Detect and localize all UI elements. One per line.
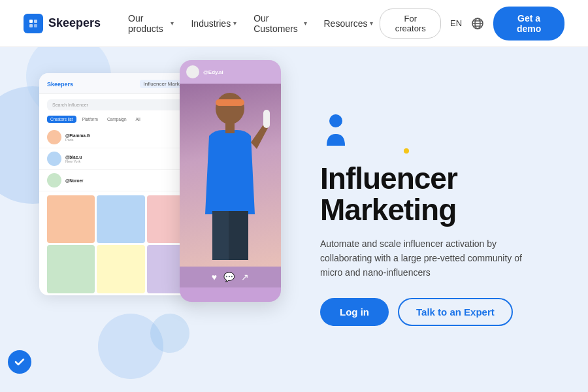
dash-inf-info-2: @Noroer <box>65 178 179 183</box>
svg-rect-1 <box>34 20 37 23</box>
dash-inf-name-2: @Noroer <box>65 178 179 183</box>
nav-industries-label: Industries <box>191 18 231 29</box>
comment-icon: 💬 <box>223 272 235 282</box>
nav-products-label: Our products <box>128 13 168 34</box>
navbar-right: For creators EN Get a demo <box>380 7 564 41</box>
chevron-down-icon: ▾ <box>233 20 237 27</box>
logo-text: Skeepers <box>48 16 101 30</box>
hero-person-icon <box>320 113 575 152</box>
svg-point-9 <box>216 93 244 124</box>
chevron-down-icon: ▾ <box>304 20 307 27</box>
photo-card-avatar <box>186 65 199 78</box>
dash-tab-1: Platform <box>79 116 101 123</box>
svg-rect-12 <box>225 123 235 133</box>
grid-item-3 <box>47 245 95 293</box>
language-selector[interactable]: EN <box>450 18 462 28</box>
talk-to-expert-button[interactable]: Talk to an Expert <box>398 298 513 326</box>
nav-links: Our products ▾ Industries ▾ Our Customer… <box>122 9 380 38</box>
login-button[interactable]: Log in <box>320 298 389 326</box>
dash-logo: Skeepers <box>47 81 73 88</box>
svg-rect-10 <box>216 99 244 106</box>
dash-inf-row-1: @blac.u New York +31 <box>39 148 203 170</box>
dash-tab-0: Creators list <box>47 116 76 123</box>
svg-rect-2 <box>29 24 33 27</box>
nav-item-industries[interactable]: Industries ▾ <box>184 14 243 33</box>
photo-card-header: @Edy.ai <box>180 60 281 84</box>
hero-description: Automate and scale influencer activation… <box>320 237 529 280</box>
dash-avatar-1 <box>47 152 61 166</box>
chevron-down-icon: ▾ <box>171 20 174 27</box>
grid-item-4 <box>97 245 144 293</box>
svg-rect-11 <box>263 110 270 128</box>
logo-icon <box>24 14 43 33</box>
dash-inf-row-2: @Noroer +12 <box>39 170 203 191</box>
nav-item-resources[interactable]: Resources ▾ <box>318 14 380 33</box>
badge-icon <box>8 350 31 374</box>
dash-tabs: Creators list Platform Campaign All <box>39 116 203 123</box>
share-icon: ↗ <box>241 272 249 282</box>
hero-actions: Log in Talk to an Expert <box>320 298 575 326</box>
heart-icon: ♥ <box>212 272 217 282</box>
svg-rect-0 <box>29 20 33 23</box>
globe-icon[interactable] <box>471 17 484 30</box>
hero-mockup: Skeepers Influencer Marketing Search Inf… <box>0 47 301 392</box>
get-demo-button[interactable]: Get a demo <box>493 7 564 41</box>
dash-inf-loc-1: New York <box>65 159 179 163</box>
photo-card-footer: ♥ 💬 ↗ <box>180 267 281 287</box>
svg-point-15 <box>329 114 342 127</box>
dash-inf-row-0: @Fiamma.G Paris +12 <box>39 127 203 148</box>
logo[interactable]: Skeepers <box>24 14 101 33</box>
nav-item-customers[interactable]: Our Customers ▾ <box>247 9 313 38</box>
hero-title: Influencer Marketing <box>320 163 575 226</box>
dash-tab-3: All <box>133 116 144 123</box>
dash-search: Search Influencer <box>47 99 195 110</box>
dash-avatar-2 <box>47 173 61 188</box>
photo-card: @Edy.ai <box>180 60 281 302</box>
dash-inf-name-0: @Fiamma.G <box>65 133 179 138</box>
hero-section: Skeepers Influencer Marketing Search Inf… <box>0 47 588 392</box>
yellow-dot <box>404 148 409 154</box>
svg-rect-3 <box>34 24 37 27</box>
grid-item-0 <box>47 195 95 243</box>
dash-inf-info-1: @blac.u New York <box>65 155 179 163</box>
navbar-left: Skeepers Our products ▾ Industries ▾ Our… <box>24 9 380 38</box>
chevron-down-icon: ▾ <box>370 20 373 27</box>
hero-content: Influencer Marketing Automate and scale … <box>301 113 588 327</box>
nav-item-products[interactable]: Our products ▾ <box>122 9 180 38</box>
dashboard-card: Skeepers Influencer Marketing Search Inf… <box>39 73 203 295</box>
dashboard-header: Skeepers Influencer Marketing <box>39 73 203 94</box>
svg-rect-14 <box>229 211 248 260</box>
for-creators-button[interactable]: For creators <box>380 8 441 39</box>
grid-item-1 <box>97 195 144 243</box>
dash-tab-2: Campaign <box>104 116 130 123</box>
navbar: Skeepers Our products ▾ Industries ▾ Our… <box>0 0 588 47</box>
dash-inf-name-1: @blac.u <box>65 155 179 159</box>
photo-card-username: @Edy.ai <box>203 69 223 75</box>
dash-avatar-0 <box>47 130 61 144</box>
nav-customers-label: Our Customers <box>253 13 301 34</box>
dash-inf-loc-0: Paris <box>65 138 179 142</box>
nav-resources-label: Resources <box>324 18 368 29</box>
photo-main-image <box>180 84 281 267</box>
dash-inf-info-0: @Fiamma.G Paris <box>65 133 179 142</box>
dash-grid <box>39 191 203 295</box>
